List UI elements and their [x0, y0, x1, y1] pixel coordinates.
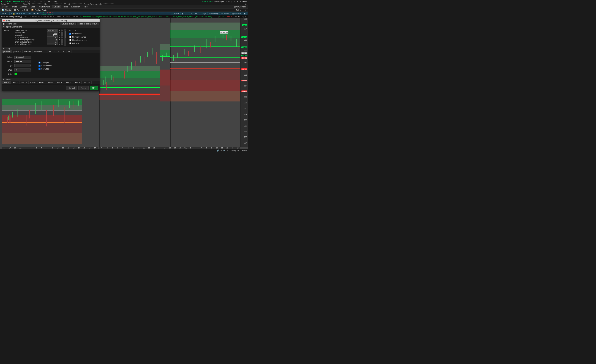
input-value[interactable]: AfterMarket	[47, 29, 58, 32]
plotopt-show-title[interactable]: Show title	[38, 67, 52, 70]
ondemand-button[interactable]: ◷ OnDemand	[233, 5, 248, 8]
subtab-product-depth[interactable]: 📦Product Depth	[30, 8, 49, 12]
plot-tab-premktlo[interactable]: preMktLo	[12, 50, 22, 53]
help-icon[interactable]: ?	[61, 34, 63, 36]
setup-link[interactable]: ✱ Setup	[240, 0, 247, 2]
save-default-button[interactable]: Save as default	[60, 22, 76, 25]
patterns-button[interactable]: ▨ Patterns	[231, 12, 242, 15]
reset-default-button[interactable]: Reset to factory default	[77, 22, 98, 25]
sidebar-toggle-icon[interactable]: ◧	[243, 12, 247, 15]
alerts-section-header[interactable]: Alerts	[2, 78, 100, 81]
chart-tool-1[interactable]: ▦	[180, 12, 184, 15]
help-icon[interactable]: ?	[61, 32, 63, 34]
chart-settings-icon[interactable]: ⚙	[189, 12, 193, 15]
alert-tab-5[interactable]: Alert 5	[37, 81, 46, 84]
zoom-icon[interactable]: 🔍	[223, 150, 225, 152]
apply-button[interactable]: Apply	[78, 86, 89, 90]
account-value[interactable]: 86*****23 ()	[48, 0, 57, 2]
workspace-menu-icon[interactable]: ≡	[245, 9, 247, 11]
alert-tab-6[interactable]: Alert 6	[46, 81, 55, 84]
alert-tab-8[interactable]: Alert 8	[64, 81, 73, 84]
link-icon[interactable]: 🔗	[217, 150, 219, 152]
cancel-button[interactable]: Cancel	[66, 86, 77, 90]
thermo-mode-button[interactable]: ◐ Thermo Mode	[3, 23, 17, 25]
spinner-icon[interactable]: ▾	[58, 29, 60, 31]
plot-tab-r3[interactable]: r3	[52, 50, 57, 53]
values-select[interactable]: Numerical	[14, 56, 31, 59]
alert-tab-1[interactable]: Alert 1	[2, 81, 11, 84]
share-button[interactable]: ↗ Share	[171, 12, 180, 15]
alert-tab-9[interactable]: Alert 9	[73, 81, 82, 84]
alert-tab-7[interactable]: Alert 7	[55, 81, 64, 84]
checkbox[interactable]	[69, 33, 71, 35]
style-select[interactable]: ────────	[14, 64, 31, 67]
subtab-charts[interactable]: 📊Charts	[0, 8, 12, 12]
plot-tab-premkthi[interactable]: preMktHi	[2, 50, 12, 53]
workspace-dropdown-icon[interactable]: ▾	[240, 9, 241, 11]
checkbox[interactable]	[38, 65, 40, 67]
menu-help[interactable]: Help	[82, 5, 89, 8]
studies-button[interactable]: ⚗ Studies	[220, 12, 231, 15]
spinner-icon[interactable]: ▾	[58, 43, 60, 45]
option-left-axis[interactable]: Left axis	[69, 42, 98, 45]
spinner-icon[interactable]: ▾	[58, 41, 60, 43]
input-value[interactable]: No	[47, 41, 58, 43]
alert-tab-10[interactable]: Alert 10	[82, 81, 91, 84]
checkbox[interactable]	[69, 39, 71, 41]
plot-tab-s1[interactable]: s1	[57, 50, 62, 53]
spinner-icon[interactable]: ▾	[58, 39, 60, 41]
plot-tab-r1[interactable]: r1	[43, 50, 48, 53]
help-icon[interactable]: ?	[61, 39, 63, 41]
alert-tab-3[interactable]: Alert 3	[20, 81, 29, 84]
menu-charts[interactable]: Charts	[52, 5, 61, 8]
plot-tab-premktop[interactable]: preMktOp	[32, 50, 43, 53]
inputs-scrollbar[interactable]	[64, 29, 66, 46]
percent-icon[interactable]: %	[227, 150, 228, 152]
add-workspace-button[interactable]: +	[242, 9, 244, 11]
drawset-value[interactable]: Default	[241, 150, 247, 152]
spinner-icon[interactable]: ▾	[58, 46, 60, 46]
alert-tab-2[interactable]: Alert 2	[11, 81, 20, 84]
style-button[interactable]: 〽 Style	[199, 12, 208, 15]
input-value[interactable]: No	[47, 39, 58, 41]
menu-scan[interactable]: Scan	[29, 5, 37, 8]
help-icon[interactable]: ?	[61, 43, 63, 45]
checkbox[interactable]	[69, 42, 71, 44]
width-select[interactable]: 3	[14, 68, 31, 72]
interval-button[interactable]: 5m	[194, 12, 199, 15]
input-value[interactable]: No	[47, 43, 58, 45]
plotopt-show-plot[interactable]: Show plot	[38, 61, 52, 64]
ok-button[interactable]: OK	[90, 86, 98, 90]
crosshair-icon[interactable]: ⊕	[220, 150, 222, 152]
input-value[interactable]: Yes	[47, 46, 58, 46]
checkbox[interactable]	[38, 62, 40, 64]
input-value[interactable]: 1600	[47, 34, 58, 36]
menu-trade[interactable]: Trade	[10, 5, 19, 8]
spinner-icon[interactable]: ▾	[58, 34, 60, 36]
option-show-input-names[interactable]: Show input names	[69, 38, 98, 42]
chart-tool-2[interactable]: ⚗	[185, 12, 189, 15]
help-icon[interactable]: ?	[61, 36, 63, 38]
menu-monitor[interactable]: Monitor	[0, 5, 10, 8]
help-icon[interactable]: ?	[61, 41, 63, 43]
plot-tab-s3[interactable]: s3	[67, 50, 72, 53]
menu-analyze[interactable]: Analyze	[19, 5, 29, 8]
drawas-select[interactable]: ━━ ━ ━━	[14, 60, 31, 63]
option-show-study[interactable]: Show study	[69, 32, 98, 35]
symbol-input[interactable]	[1, 12, 10, 15]
symbol-dropdown-icon[interactable]: ▾	[11, 12, 12, 15]
workspace-label[interactable]: JMR	[236, 9, 239, 11]
close-window-icon[interactable]	[3, 20, 5, 22]
subtab-flexible-grid[interactable]: ▦Flexible Grid	[12, 8, 30, 12]
option-show-plot-names[interactable]: Show plot names	[69, 35, 98, 38]
spinner-icon[interactable]: ▾	[58, 32, 60, 34]
menu-tools[interactable]: Tools	[61, 5, 70, 8]
menu-marketwatch[interactable]: MarketWatch	[37, 5, 52, 8]
messages-link[interactable]: ✉ Messages	[214, 0, 224, 2]
alert-tab-4[interactable]: Alert 4	[29, 81, 37, 84]
plot-tab-midpoint[interactable]: midPoint	[22, 50, 32, 53]
checkbox[interactable]	[38, 68, 40, 70]
drawings-button[interactable]: ✎ Drawings	[208, 12, 220, 15]
home-screen-link[interactable]: Home Screen	[202, 0, 212, 2]
plot-tab-s2[interactable]: s2	[62, 50, 67, 53]
